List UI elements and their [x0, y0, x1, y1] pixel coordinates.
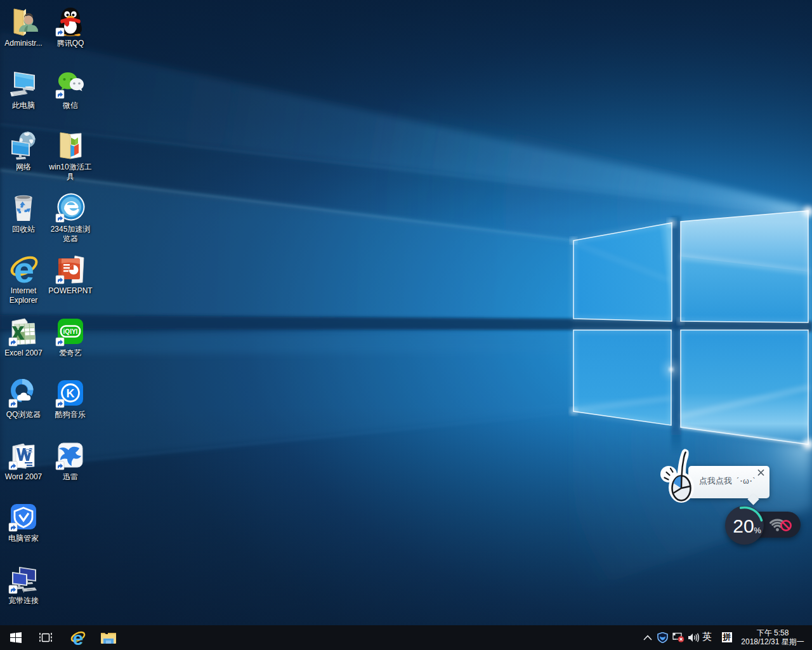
svg-text:20: 20	[733, 515, 754, 536]
svg-text:iQIYI: iQIYI	[63, 328, 78, 335]
svg-text:e: e	[14, 254, 34, 284]
svg-text:K: K	[67, 387, 75, 400]
svg-text:e: e	[73, 630, 84, 646]
svg-text:%: %	[754, 526, 761, 535]
